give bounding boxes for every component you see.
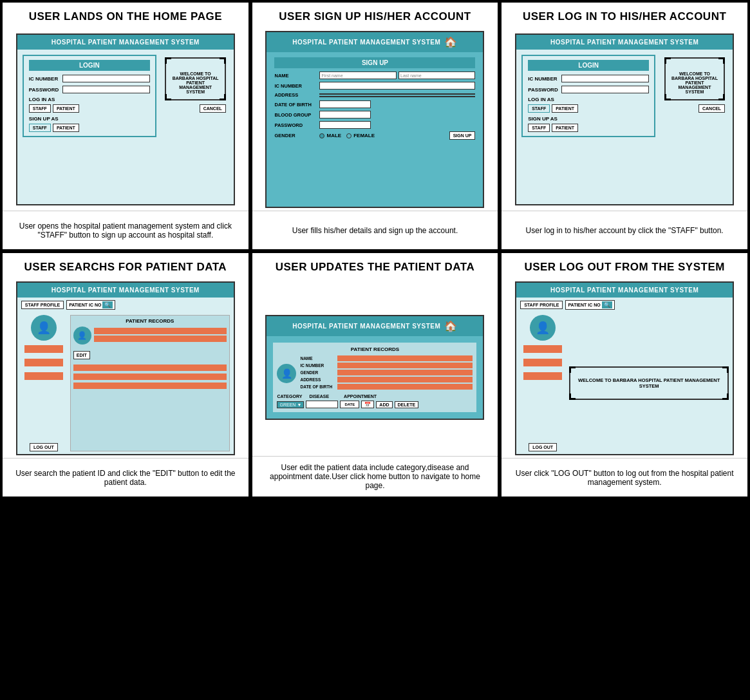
update-category-select[interactable]: GREEN ▼ (277, 401, 304, 408)
signup-submit-btn[interactable]: SIGN UP (449, 131, 476, 140)
signup-name-inputs: First name Last name (319, 71, 475, 79)
cell-search-desc: User search the patient ID and click the… (3, 458, 248, 497)
home-screen: HOSPITAL PATIENT MANAGEMENT SYSTEM LOGIN… (16, 33, 235, 205)
update-dob-bar (337, 384, 473, 390)
home-ic-input[interactable] (62, 75, 150, 82)
home-signup-btns: STAFF PATIENT (29, 124, 150, 132)
search-patient-avatar: 👤 (73, 326, 91, 345)
update-home-icon[interactable]: 🏠 (444, 320, 458, 332)
update-body: PATIENT RECORDS 👤 NAME (267, 336, 483, 419)
search-bar-full3 (73, 383, 227, 389)
signup-lastname-input[interactable]: Last name (398, 71, 476, 79)
home-screen-header: HOSPITAL PATIENT MANAGEMENT SYSTEM (17, 35, 234, 50)
home-login-title: LOGIN (29, 60, 150, 71)
update-add-btn[interactable]: ADD (376, 401, 392, 408)
update-category-row: CATEGORY DISEASE APPOINTMENT (277, 394, 473, 399)
search-icon-btn[interactable]: 🔍 (102, 301, 113, 308)
login-signup-btns: STAFF PATIENT (528, 124, 649, 132)
cell-home-screen: HOSPITAL PATIENT MANAGEMENT SYSTEM LOGIN… (3, 28, 248, 211)
signup-header-text: HOSPITAL PATIENT MANAGEMENT SYSTEM (292, 39, 440, 46)
patient-bar1 (94, 328, 227, 334)
login-ic-input[interactable] (561, 75, 649, 82)
signup-firstname-input[interactable]: First name (319, 71, 397, 79)
search-bar-full2 (73, 374, 227, 380)
search-orange-bar3 (24, 372, 63, 380)
logout-avatar-icon: 👤 (536, 321, 550, 335)
signup-male-option[interactable]: MALE (319, 133, 341, 138)
signup-home-icon[interactable]: 🏠 (444, 36, 458, 48)
login-ic-label: IC NUMBER (528, 76, 561, 82)
home-login-box: LOGIN IC NUMBER PASSWORD LOG IN AS STAFF (23, 55, 156, 137)
signup-address-label: ADDRESS (274, 92, 319, 98)
signup-blood-input[interactable] (319, 111, 371, 118)
signup-gender-options: MALE FEMALE (319, 133, 375, 138)
login-cancel-btn[interactable]: CANCEL (698, 104, 725, 113)
update-calendar-input[interactable]: 📅 (361, 401, 374, 408)
signup-ic-input[interactable] (319, 82, 475, 90)
signup-pwd-input[interactable] (319, 121, 371, 129)
login-signup-patient-btn[interactable]: PATIENT (552, 124, 578, 132)
cell-signup-title: USER SIGN UP HIS/HER ACCOUNT (252, 3, 498, 28)
login-pwd-input[interactable] (561, 86, 649, 93)
update-disease-label: DISEASE (309, 394, 329, 399)
login-welcome-box: WELCOME TO BARBARA HOSPITAL PATIENT MANA… (662, 55, 727, 115)
update-ic-label: IC NUMBER (300, 363, 335, 368)
update-inputs-row: GREEN ▼ DATE 📅 ADD DELETE (277, 401, 473, 408)
signup-ic-label: IC NUMBER (274, 83, 319, 89)
update-screen-header: HOSPITAL PATIENT MANAGEMENT SYSTEM 🏠 (267, 316, 483, 336)
home-pwd-input[interactable] (62, 86, 150, 93)
login-signup-staff-btn[interactable]: STAFF (528, 124, 550, 132)
update-name-row: NAME (300, 355, 473, 361)
cell-search: USER SEARCHS FOR PATIENT DATA HOSPITAL P… (1, 252, 250, 498)
signup-address-input2[interactable] (319, 96, 475, 97)
home-patient-btn[interactable]: PATIENT (53, 104, 79, 113)
login-patient-btn[interactable]: PATIENT (552, 104, 578, 113)
logout-patient-ic-label: PATIENT IC NO (568, 303, 600, 307)
update-address-bar (337, 377, 473, 383)
update-records-header: PATIENT RECORDS (277, 346, 473, 352)
logout-logout-btn[interactable]: LOG OUT (529, 443, 557, 451)
logout-staff-profile-btn[interactable]: STAFF PROFILE (520, 301, 563, 309)
corner-tl (165, 57, 171, 64)
logout-bar3 (523, 372, 562, 380)
logout-right: WELCOME TO BARBARA HOSPITAL PATIENT MANA… (569, 315, 729, 451)
update-delete-btn[interactable]: DELETE (395, 401, 419, 408)
signup-dob-input[interactable] (319, 100, 371, 108)
signup-pwd-label: PASSWORD (274, 122, 319, 128)
logout-topbar: STAFF PROFILE PATIENT IC NO 🔍 (516, 298, 733, 312)
home-signup-patient-btn[interactable]: PATIENT (53, 124, 79, 132)
logout-corner-box: WELCOME TO BARBARA HOSPITAL PATIENT MANA… (569, 366, 729, 400)
login-pwd-row: PASSWORD (528, 86, 649, 93)
logout-content: 👤 LOG OUT (516, 312, 733, 454)
home-corner-box: WELCOME TO BARBARA HOSPITAL PATIENT MANA… (165, 57, 225, 100)
female-radio[interactable] (346, 133, 352, 138)
search-content: 👤 LOG OUT PATIENT RECORDS (17, 312, 234, 454)
signup-dob-label: DATE OF BIRTH (274, 102, 319, 108)
home-cancel-btn[interactable]: CANCEL (200, 104, 226, 113)
signup-screen-header: HOSPITAL PATIENT MANAGEMENT SYSTEM 🏠 (267, 32, 483, 52)
search-edit-btn[interactable]: EDIT (73, 351, 90, 359)
home-signup-staff-btn[interactable]: STAFF (29, 124, 51, 132)
corner-tr-l (718, 57, 725, 64)
update-appointment-label: APPOINTMENT (344, 394, 377, 399)
update-disease-input[interactable] (306, 401, 338, 408)
cell-logout-screen: HOSPITAL PATIENT MANAGEMENT SYSTEM STAFF… (502, 279, 747, 458)
logout-search-btn[interactable]: 🔍 (602, 301, 612, 308)
logout-screen-header: HOSPITAL PATIENT MANAGEMENT SYSTEM (516, 283, 733, 298)
corner-tl-l (664, 57, 671, 64)
home-staff-btn[interactable]: STAFF (29, 104, 51, 113)
male-radio[interactable] (319, 133, 324, 138)
corner-bl-lo (569, 393, 576, 400)
login-corner-box: WELCOME TO BARBARA HOSPITAL PATIENT MANA… (664, 57, 725, 100)
patient-avatar-icon: 👤 (77, 331, 87, 340)
signup-address-input1[interactable] (319, 93, 475, 95)
corner-tr (220, 57, 226, 64)
signup-female-option[interactable]: FEMALE (346, 133, 375, 138)
login-staff-btn[interactable]: STAFF (528, 104, 550, 113)
corner-bl (165, 94, 171, 100)
search-logout-btn[interactable]: LOG OUT (30, 443, 58, 451)
search-staff-profile-btn[interactable]: STAFF PROFILE (21, 301, 64, 309)
cell-home-desc: User opens the hospital patient manageme… (3, 211, 248, 249)
home-loginas-label: LOG IN AS (29, 97, 150, 102)
cell-update-screen: HOSPITAL PATIENT MANAGEMENT SYSTEM 🏠 PAT… (252, 279, 498, 456)
